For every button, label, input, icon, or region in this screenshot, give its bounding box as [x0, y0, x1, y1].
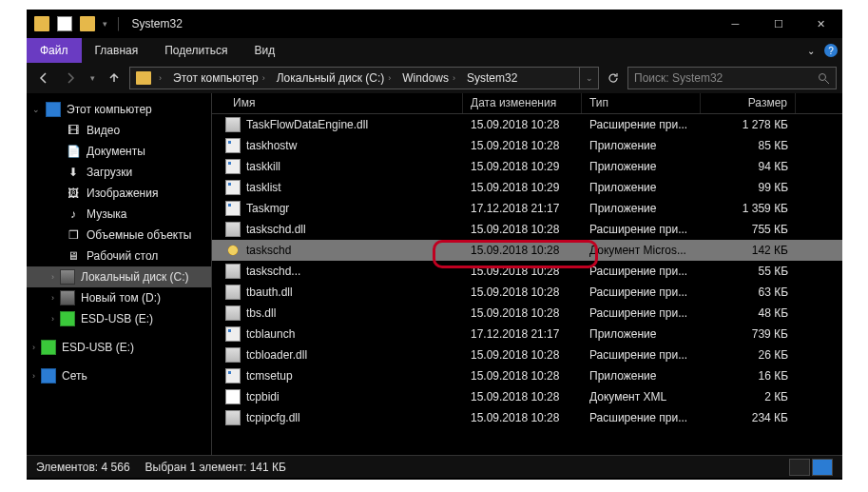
- file-name: Taskmgr: [246, 202, 463, 215]
- help-button[interactable]: ?: [820, 38, 842, 63]
- sidebar-item-label: Документы: [87, 145, 145, 158]
- file-row[interactable]: tbauth.dll15.09.2018 10:28Расширение при…: [212, 282, 842, 303]
- sidebar-item[interactable]: 🖼Изображения: [27, 183, 211, 204]
- ribbon-collapse-icon[interactable]: ⌄: [802, 38, 820, 63]
- nav-back-button[interactable]: [32, 67, 55, 89]
- breadcrumb-seg[interactable]: System32: [461, 68, 519, 89]
- file-row[interactable]: tcbloader.dll15.09.2018 10:28Расширение …: [212, 344, 842, 365]
- file-date: 17.12.2018 21:17: [463, 327, 582, 341]
- qat-chevron-down-icon[interactable]: ▾: [103, 19, 107, 29]
- sidebar-item[interactable]: 📄Документы: [27, 141, 211, 162]
- sidebar-item[interactable]: ›Локальный диск (C:): [27, 266, 211, 287]
- file-row[interactable]: tbs.dll15.09.2018 10:28Расширение при...…: [212, 303, 842, 324]
- file-row[interactable]: tcblaunch17.12.2018 21:17Приложение739 К…: [212, 324, 842, 344]
- file-date: 15.09.2018 10:29: [463, 160, 582, 173]
- file-name: taskkill: [246, 160, 463, 173]
- file-name: tcmsetup: [246, 369, 463, 383]
- sidebar-item[interactable]: ♪Музыка: [27, 204, 211, 225]
- navigation-pane[interactable]: ⌄ Этот компьютер 🎞Видео📄Документы⬇Загруз…: [27, 93, 212, 455]
- col-size[interactable]: Размер: [701, 93, 796, 113]
- file-date: 17.12.2018 21:17: [463, 202, 582, 215]
- file-dll-icon: [225, 410, 241, 425]
- breadcrumb-seg[interactable]: Локальный диск (C:)›: [271, 68, 397, 89]
- file-row[interactable]: taskschd15.09.2018 10:28Документ Micros.…: [212, 240, 842, 261]
- file-type: Расширение при...: [582, 223, 701, 236]
- breadcrumb-seg[interactable]: Windows›: [396, 68, 461, 89]
- file-row[interactable]: tcpipcfg.dll15.09.2018 10:28Расширение п…: [212, 407, 842, 428]
- status-selection: Выбран 1 элемент: 141 КБ: [145, 461, 286, 474]
- sidebar-network[interactable]: › Сеть: [27, 365, 211, 386]
- file-dll-icon: [225, 285, 241, 300]
- sidebar-item-label: Загрузки: [87, 166, 132, 179]
- usb-icon: [41, 340, 56, 355]
- search-input[interactable]: Поиск: System32: [627, 67, 837, 89]
- nav-up-button[interactable]: [103, 67, 125, 89]
- file-row[interactable]: taskhostw15.09.2018 10:28Приложение85 КБ: [212, 135, 842, 156]
- file-exe-icon: [225, 159, 241, 174]
- refresh-button[interactable]: [603, 67, 624, 89]
- file-row[interactable]: taskkill15.09.2018 10:29Приложение94 КБ: [212, 156, 842, 177]
- col-type[interactable]: Тип: [582, 93, 701, 113]
- qat-properties-icon[interactable]: [57, 16, 72, 31]
- music-icon: ♪: [66, 207, 81, 222]
- sidebar-esd[interactable]: › ESD-USB (E:): [27, 337, 211, 358]
- address-dropdown-icon[interactable]: ⌄: [579, 68, 598, 89]
- sidebar-thispc[interactable]: ⌄ Этот компьютер: [27, 99, 211, 120]
- nav-history-chevron-icon[interactable]: ▾: [86, 67, 99, 89]
- tab-home[interactable]: Главная: [82, 38, 152, 63]
- down-icon: ⬇: [66, 165, 81, 180]
- quick-access-toolbar: ▾ │: [34, 16, 123, 31]
- titlebar[interactable]: ▾ │ System32 ─ ☐ ✕: [27, 10, 842, 38]
- search-icon[interactable]: [818, 72, 830, 85]
- view-large-button[interactable]: [812, 459, 833, 476]
- file-list-pane: Имя Дата изменения Тип Размер TaskFlowDa…: [212, 93, 842, 455]
- col-name[interactable]: Имя: [225, 93, 463, 113]
- file-row[interactable]: tasklist15.09.2018 10:29Приложение99 КБ: [212, 177, 842, 198]
- sidebar-item-label: ESD-USB (E:): [81, 312, 153, 325]
- app-icon: [34, 16, 49, 31]
- file-exe-icon: [225, 201, 241, 216]
- file-row[interactable]: TaskFlowDataEngine.dll15.09.2018 10:28Ра…: [212, 114, 842, 135]
- col-date[interactable]: Дата изменения: [463, 93, 582, 113]
- doc-icon: 📄: [66, 144, 81, 159]
- sidebar-item[interactable]: 🎞Видео: [27, 120, 211, 141]
- sidebar-item-label: Музыка: [87, 207, 126, 221]
- hdd-icon: [60, 290, 75, 305]
- maximize-button[interactable]: ☐: [757, 10, 800, 38]
- file-size: 63 КБ: [701, 285, 796, 299]
- qat-newfolder-icon[interactable]: [80, 16, 95, 31]
- sidebar-item[interactable]: ❒Объемные объекты: [27, 225, 211, 246]
- minimize-button[interactable]: ─: [714, 10, 757, 38]
- tab-file[interactable]: Файл: [27, 38, 82, 63]
- sidebar-item[interactable]: ›Новый том (D:): [27, 287, 211, 308]
- column-headers[interactable]: Имя Дата изменения Тип Размер: [212, 93, 842, 114]
- file-row[interactable]: tcpbidi15.09.2018 10:28Документ XML2 КБ: [212, 386, 842, 407]
- explorer-window: ▾ │ System32 ─ ☐ ✕ Файл Главная Поделить…: [27, 10, 842, 480]
- file-type: Расширение при...: [582, 306, 701, 320]
- tab-share[interactable]: Поделиться: [151, 38, 241, 63]
- sidebar-item[interactable]: ⬇Загрузки: [27, 162, 211, 183]
- file-row[interactable]: tcmsetup15.09.2018 10:28Приложение16 КБ: [212, 365, 842, 386]
- close-button[interactable]: ✕: [800, 10, 842, 38]
- status-count: Элементов: 4 566: [36, 461, 130, 474]
- file-date: 15.09.2018 10:28: [463, 348, 582, 362]
- sidebar-item[interactable]: ›ESD-USB (E:): [27, 308, 211, 329]
- breadcrumb-seg[interactable]: Этот компьютер›: [167, 68, 271, 89]
- file-row[interactable]: taskschd.dll15.09.2018 10:28Расширение п…: [212, 219, 842, 240]
- window-title: System32: [132, 17, 183, 30]
- file-date: 15.09.2018 10:28: [463, 369, 582, 383]
- address-bar[interactable]: › Этот компьютер› Локальный диск (C:)› W…: [129, 67, 599, 89]
- tab-view[interactable]: Вид: [241, 38, 288, 63]
- file-list[interactable]: TaskFlowDataEngine.dll15.09.2018 10:28Ра…: [212, 114, 842, 455]
- video-icon: 🎞: [66, 123, 81, 138]
- file-row[interactable]: taskschd...15.09.2018 10:28Расширение пр…: [212, 261, 842, 282]
- view-details-button[interactable]: [789, 459, 810, 476]
- file-date: 15.09.2018 10:28: [463, 265, 582, 278]
- file-date: 15.09.2018 10:29: [463, 181, 582, 194]
- nav-forward-button[interactable]: [59, 67, 82, 89]
- file-date: 15.09.2018 10:28: [463, 411, 582, 424]
- file-size: 2 КБ: [701, 390, 796, 403]
- status-bar: Элементов: 4 566 Выбран 1 элемент: 141 К…: [27, 455, 842, 478]
- file-row[interactable]: Taskmgr17.12.2018 21:17Приложение1 359 К…: [212, 198, 842, 219]
- sidebar-item[interactable]: 🖥Рабочий стол: [27, 246, 211, 266]
